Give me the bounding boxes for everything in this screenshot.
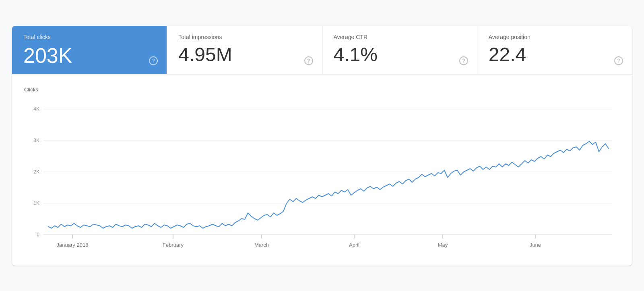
help-icon-impressions[interactable]: ?: [304, 56, 313, 65]
dashboard-container: Total clicks 203K ? Total impressions 4.…: [12, 26, 632, 266]
metrics-row: Total clicks 203K ? Total impressions 4.…: [12, 26, 632, 74]
metric-label-clicks: Total clicks: [23, 34, 155, 40]
chart-container: 4K 3K 2K 1K 0: [24, 97, 620, 258]
x-label-feb: February: [163, 242, 184, 248]
help-icon-clicks[interactable]: ?: [149, 56, 158, 65]
x-label-jan: January 2018: [57, 242, 89, 248]
metric-average-ctr[interactable]: Average CTR 4.1% ?: [322, 26, 477, 74]
metric-total-clicks[interactable]: Total clicks 203K ?: [12, 26, 167, 74]
chart-svg: 4K 3K 2K 1K 0: [24, 97, 620, 258]
x-label-jun: June: [530, 242, 541, 248]
metric-value-clicks: 203K: [23, 45, 155, 66]
y-label-1k: 1K: [33, 200, 39, 206]
x-label-may: May: [438, 242, 448, 248]
metric-label-position: Average position: [489, 34, 621, 40]
chart-line-clicks: [48, 141, 609, 228]
help-icon-position[interactable]: ?: [614, 56, 623, 65]
metric-total-impressions[interactable]: Total impressions 4.95M ?: [167, 26, 322, 74]
chart-title: Clicks: [24, 87, 620, 93]
metric-value-ctr: 4.1%: [334, 45, 466, 64]
y-label-2k: 2K: [33, 169, 39, 175]
metric-value-impressions: 4.95M: [178, 45, 310, 64]
y-label-0: 0: [37, 232, 39, 237]
chart-area: Clicks 4K 3K 2K 1K 0: [12, 74, 632, 266]
help-icon-ctr[interactable]: ?: [459, 56, 468, 65]
x-label-apr: April: [349, 242, 359, 248]
metric-label-ctr: Average CTR: [334, 34, 466, 40]
metric-average-position[interactable]: Average position 22.4 ?: [477, 26, 632, 74]
y-label-3k: 3K: [33, 138, 39, 143]
x-label-mar: March: [254, 242, 269, 248]
metric-value-position: 22.4: [489, 45, 621, 64]
metric-label-impressions: Total impressions: [178, 34, 310, 40]
y-label-4k: 4K: [33, 106, 39, 112]
